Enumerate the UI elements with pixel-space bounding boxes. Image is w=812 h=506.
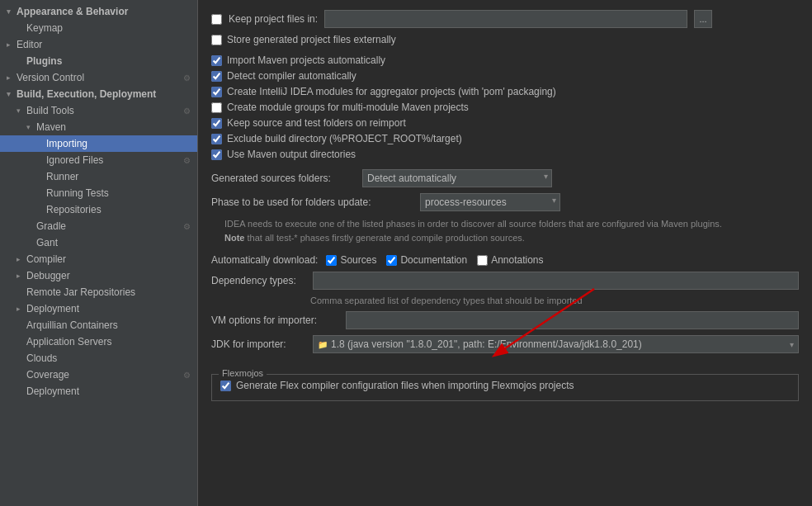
sidebar-item-ignored-files[interactable]: Ignored Files⚙	[0, 152, 197, 168]
sidebar-item-compiler[interactable]: ▸Compiler	[0, 251, 197, 267]
documentation-checkbox[interactable]	[386, 255, 397, 266]
sidebar-item-debugger[interactable]: ▸Debugger	[0, 267, 197, 284]
generated-sources-select[interactable]: Detect automatically target/generated-so…	[362, 169, 552, 187]
gear-icon-gradle: ⚙	[183, 222, 191, 231]
sidebar-item-remote-jar-repositories[interactable]: Remote Jar Repositories	[0, 284, 197, 300]
sidebar-item-appearance-behavior[interactable]: ▾Appearance & Behavior	[0, 3, 197, 20]
annotations-checkbox[interactable]	[477, 255, 488, 266]
create-module-groups-checkbox[interactable]	[211, 102, 222, 113]
vm-options-input[interactable]: -Dmaven.wagon.http.ssl.insecure=true -Dm…	[346, 311, 799, 329]
exclude-build-label: Exclude build directory (%PROJECT_ROOT%/…	[227, 133, 462, 144]
sidebar-item-application-servers[interactable]: Application Servers	[0, 333, 197, 350]
dependency-types-hint: Comma separated list of dependency types…	[310, 296, 799, 305]
generated-sources-label: Generated sources folders:	[211, 173, 356, 184]
flexmojos-checkbox[interactable]	[220, 381, 231, 391]
keep-source-label: Keep source and test folders on reimport	[227, 117, 406, 129]
sidebar-label-compiler: Compiler	[26, 253, 66, 265]
gear-icon-coverage: ⚙	[183, 371, 191, 380]
sidebar-item-running-tests[interactable]: Running Tests	[0, 185, 197, 201]
import-maven-label: Import Maven projects automatically	[227, 54, 385, 66]
import-maven-checkbox[interactable]	[211, 55, 222, 66]
browse-button[interactable]: ...	[694, 10, 712, 28]
sidebar-item-clouds[interactable]: Clouds	[0, 350, 197, 366]
sidebar-item-runner[interactable]: Runner	[0, 168, 197, 185]
sources-checkbox[interactable]	[326, 255, 337, 266]
sidebar-label-debugger: Debugger	[26, 270, 70, 281]
sidebar-item-importing[interactable]: Importing	[0, 135, 197, 152]
keep-project-files-row: Keep project files in: ...	[211, 10, 799, 28]
jdk-row: JDK for importer: 📁 1.8 (java version "1…	[211, 335, 799, 353]
sources-checkbox-label: Sources	[340, 254, 376, 266]
sidebar-label-running-tests: Running Tests	[46, 187, 109, 199]
sidebar-label-appearance-behavior: Appearance & Behavior	[17, 6, 128, 17]
keep-project-files-checkbox[interactable]	[211, 14, 222, 25]
sidebar-label-editor: Editor	[17, 39, 42, 50]
generated-sources-row: Generated sources folders: Detect automa…	[211, 169, 799, 187]
sidebar-item-build-execution-deployment[interactable]: ▾Build, Execution, Deployment	[0, 86, 197, 102]
phase-select[interactable]: process-resources generate-sources gener…	[420, 193, 560, 211]
use-maven-output-checkbox[interactable]	[211, 149, 222, 160]
settings-content: Keep project files in: ... Store generat…	[198, 0, 812, 506]
tree-arrow-deployment: ▸	[17, 305, 25, 313]
flexmojos-group: Flexmojos Generate Flex compiler configu…	[211, 374, 799, 401]
gear-icon-build-tools: ⚙	[183, 106, 191, 116]
dependency-types-input[interactable]: jar, test-jar, maven-plugin, ejb, ejb-cl…	[313, 272, 799, 290]
tree-arrow-debugger: ▸	[17, 272, 25, 280]
sidebar-label-remote-jar-repositories: Remote Jar Repositories	[26, 286, 135, 298]
sidebar-item-build-tools[interactable]: ▾Build Tools⚙	[0, 102, 197, 119]
keep-source-row: Keep source and test folders on reimport	[211, 117, 799, 129]
store-generated-row: Store generated project files externally	[211, 34, 799, 45]
sidebar-item-gradle[interactable]: Gradle⚙	[0, 218, 197, 234]
flexmojos-title: Flexmojos	[219, 368, 267, 378]
keep-project-files-input[interactable]	[324, 10, 687, 28]
store-generated-checkbox[interactable]	[211, 35, 222, 45]
sidebar-label-maven: Maven	[36, 121, 66, 133]
jdk-selector-text: 1.8 (java version "1.8.0_201", path: E:/…	[331, 338, 786, 350]
use-maven-output-row: Use Maven output directories	[211, 149, 799, 160]
create-intellij-label: Create IntelliJ IDEA modules for aggrega…	[227, 86, 556, 97]
auto-download-row: Automatically download: Sources Document…	[211, 254, 799, 266]
sidebar-label-build-tools: Build Tools	[26, 105, 74, 116]
sidebar-item-deployment[interactable]: ▸Deployment	[0, 300, 197, 317]
info-line1: IDEA needs to execute one of the listed …	[224, 219, 722, 229]
documentation-checkbox-label: Documentation	[400, 254, 467, 266]
annotations-checkbox-label: Annotations	[491, 254, 543, 266]
sidebar-label-clouds: Clouds	[26, 352, 57, 364]
sidebar-item-keymap[interactable]: Keymap	[0, 20, 197, 36]
sidebar-label-repositories: Repositories	[46, 204, 102, 215]
sidebar-label-application-servers: Application Servers	[26, 336, 111, 348]
vm-options-row: VM options for importer: -Dmaven.wagon.h…	[211, 311, 799, 329]
exclude-build-checkbox[interactable]	[211, 134, 222, 144]
sidebar-item-editor[interactable]: ▸Editor	[0, 36, 197, 53]
sidebar-label-plugins: Plugins	[26, 55, 62, 67]
sidebar-label-gradle: Gradle	[36, 220, 66, 232]
sidebar-label-runner: Runner	[46, 171, 78, 182]
create-intellij-checkbox[interactable]	[211, 87, 222, 97]
tree-arrow-appearance-behavior: ▾	[7, 7, 15, 16]
exclude-build-row: Exclude build directory (%PROJECT_ROOT%/…	[211, 133, 799, 144]
gear-icon-ignored-files: ⚙	[183, 156, 191, 165]
sidebar-item-arquillian-containers[interactable]: Arquillian Containers	[0, 317, 197, 333]
vm-options-label: VM options for importer:	[211, 314, 339, 326]
keep-source-checkbox[interactable]	[211, 118, 222, 129]
tree-arrow-version-control: ▸	[7, 73, 15, 82]
jdk-label: JDK for importer:	[211, 338, 306, 350]
jdk-dropdown-arrow: ▾	[790, 340, 794, 349]
sidebar-item-maven[interactable]: ▾Maven	[0, 119, 197, 135]
detect-compiler-label: Detect compiler automatically	[227, 70, 356, 82]
detect-compiler-checkbox[interactable]	[211, 71, 222, 82]
dependency-types-row: Dependency types: jar, test-jar, maven-p…	[211, 272, 799, 290]
sidebar-item-deployment2[interactable]: Deployment	[0, 383, 197, 400]
create-module-groups-row: Create module groups for multi-module Ma…	[211, 102, 799, 113]
phase-row: Phase to be used for folders update: pro…	[211, 193, 799, 211]
sidebar-item-coverage[interactable]: Coverage⚙	[0, 366, 197, 383]
sidebar-item-gant[interactable]: Gant	[0, 234, 197, 251]
sidebar-item-plugins[interactable]: Plugins	[0, 53, 197, 69]
jdk-selector[interactable]: 📁 1.8 (java version "1.8.0_201", path: E…	[313, 335, 799, 353]
sidebar-item-repositories[interactable]: Repositories	[0, 201, 197, 218]
phase-label: Phase to be used for folders update:	[211, 196, 413, 208]
sidebar: ▾Appearance & BehaviorKeymap▸EditorPlugi…	[0, 0, 198, 506]
create-module-groups-label: Create module groups for multi-module Ma…	[227, 102, 469, 113]
tree-arrow-editor: ▸	[7, 40, 15, 49]
sidebar-item-version-control[interactable]: ▸Version Control⚙	[0, 69, 197, 86]
